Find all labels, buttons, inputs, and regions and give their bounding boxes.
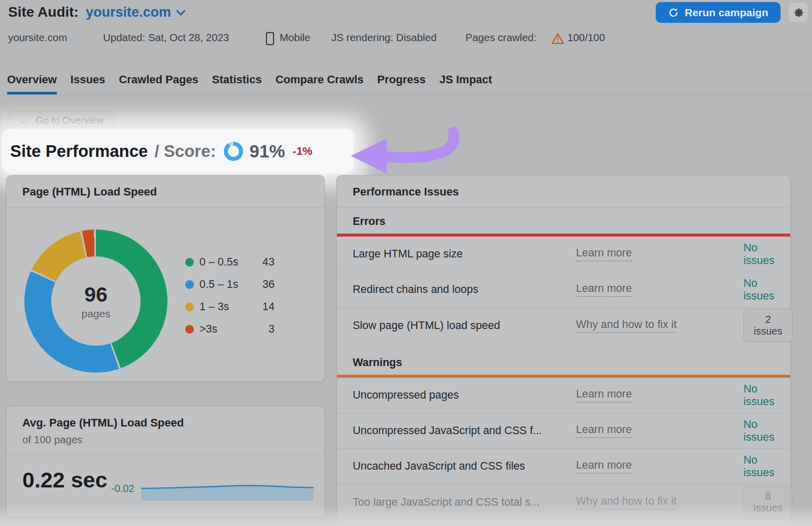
issue-status: No issues <box>743 242 774 267</box>
donut-center: 96 pages <box>51 256 141 346</box>
page-title: Site Audit: <box>8 4 79 20</box>
issue-label: Uncompressed JavaScript and CSS f... <box>353 424 576 437</box>
legend-label: 0.5 – 1s <box>199 278 253 291</box>
avg-speed-value: 0.22 sec <box>22 468 107 492</box>
refresh-icon <box>668 7 679 18</box>
tab-crawled-pages[interactable]: Crawled Pages <box>119 71 198 94</box>
meta-device: Mobile <box>280 31 310 44</box>
tab-progress[interactable]: Progress <box>377 71 425 94</box>
avg-speed-card-header: Avg. Page (HTML) Load Speed of 100 pages <box>7 407 324 455</box>
arrow-left-icon: ← <box>19 114 29 126</box>
issue-label: Redirect chains and loops <box>353 283 576 296</box>
issue-label: Large HTML page size <box>353 248 576 260</box>
issue-learn-more-link[interactable]: Learn more <box>576 282 632 297</box>
rerun-campaign-button[interactable]: Rerun campaign <box>656 2 781 23</box>
donut-legend: 0 – 0.5s 43 0.5 – 1s 36 1 – 3s 14 >3s 3 <box>185 251 275 340</box>
settings-button[interactable] <box>788 2 808 23</box>
issue-row: Large HTML page size Learn more No issue… <box>337 237 790 272</box>
legend-dot-green <box>185 258 194 267</box>
issue-fix-link[interactable]: Why and how to fix it <box>576 318 676 333</box>
performance-issues-card: Performance Issues Errors Large HTML pag… <box>336 175 791 526</box>
avg-speed-sparkline <box>141 475 314 501</box>
meta-domain: yoursite.com <box>8 31 67 44</box>
campaign-meta-row: yoursite.com Updated: Sat, Oct 28, 2023 … <box>0 30 812 46</box>
issue-status: No issues <box>743 454 774 479</box>
issue-learn-more-link[interactable]: Learn more <box>576 388 632 403</box>
meta-updated: Updated: Sat, Oct 28, 2023 <box>103 31 229 44</box>
load-speed-donut-chart: 96 pages <box>24 229 167 373</box>
tab-issues[interactable]: Issues <box>71 71 106 94</box>
errors-section-label: Errors <box>337 208 790 234</box>
legend-label: 1 – 3s <box>199 301 253 313</box>
issue-label: Too large JavaScript and CSS total s... <box>353 496 576 509</box>
legend-label: >3s <box>199 323 253 336</box>
issue-status: No issues <box>743 383 774 408</box>
issue-row: Uncached JavaScript and CSS files Learn … <box>337 449 790 484</box>
issue-label: Uncached JavaScript and CSS files <box>353 460 576 473</box>
legend-item: 0 – 0.5s 43 <box>185 251 275 273</box>
avg-speed-value-row: 0.22 sec -0.02 <box>7 464 324 504</box>
issue-row: Slow page (HTML) load speed Why and how … <box>337 308 790 343</box>
avg-speed-delta: -0.02 <box>111 483 134 495</box>
legend-dot-gold <box>185 303 194 311</box>
issue-count-button[interactable]: 2 issues <box>743 309 793 342</box>
issue-fix-link[interactable]: Why and how to fix it <box>576 495 676 510</box>
issues-card-title: Performance Issues <box>353 185 459 198</box>
score-label: / Score: <box>154 142 216 161</box>
tab-statistics[interactable]: Statistics <box>212 71 262 94</box>
avg-speed-card: Avg. Page (HTML) Load Speed of 100 pages… <box>6 406 325 517</box>
page-header: Site Audit: yoursite.com <box>8 4 183 20</box>
chevron-down-icon <box>176 6 185 15</box>
mobile-device-icon <box>266 32 274 45</box>
go-to-overview-button[interactable]: ← Go to Overview <box>7 111 115 130</box>
issue-status: No issues <box>743 277 774 303</box>
donut-total-value: 96 <box>84 283 108 307</box>
legend-value: 43 <box>253 256 275 269</box>
issue-row: Uncompressed pages Learn more No issues <box>337 378 790 413</box>
issue-learn-more-link[interactable]: Learn more <box>576 247 632 261</box>
project-domain[interactable]: yoursite.com <box>86 5 171 20</box>
warning-triangle-icon <box>551 32 564 47</box>
issue-learn-more-link[interactable]: Learn more <box>576 459 632 474</box>
issue-row: Too large JavaScript and CSS total s... … <box>337 484 790 520</box>
tab-compare-crawls[interactable]: Compare Crawls <box>276 71 364 94</box>
avg-speed-card-title: Avg. Page (HTML) Load Speed <box>22 416 184 429</box>
go-to-overview-label: Go to Overview <box>36 115 104 126</box>
site-audit-page: Site Audit: yoursite.com Rerun campaign … <box>0 0 812 526</box>
legend-value: 36 <box>253 278 275 291</box>
warnings-section-label: Warnings <box>337 343 790 375</box>
meta-pages-crawled-label: Pages crawled: <box>465 31 536 44</box>
avg-speed-subtitle: of 100 pages <box>22 434 309 446</box>
legend-dot-red <box>185 325 194 334</box>
legend-item: >3s 3 <box>185 318 275 340</box>
rerun-campaign-label: Rerun campaign <box>685 7 768 19</box>
load-speed-card: Page (HTML) Load Speed 96 pages 0 – 0.5s… <box>6 175 325 382</box>
legend-dot-blue <box>185 280 194 289</box>
load-speed-card-header: Page (HTML) Load Speed <box>7 176 324 208</box>
issue-status: No issues <box>743 418 774 444</box>
issue-row: Redirect chains and loops Learn more No … <box>337 272 790 308</box>
issues-card-header: Performance Issues <box>337 176 790 208</box>
score-value: 91% <box>250 141 285 161</box>
legend-label: 0 – 0.5s <box>199 256 253 269</box>
donut-total-label: pages <box>81 308 110 320</box>
legend-value: 3 <box>253 323 275 336</box>
meta-pages-crawled-value: 100/100 <box>567 31 605 44</box>
tab-bar: Overview Issues Crawled Pages Statistics… <box>0 71 812 95</box>
load-speed-card-title: Page (HTML) Load Speed <box>22 185 157 198</box>
issue-label: Uncompressed pages <box>353 389 576 402</box>
issue-count-button[interactable]: 8 issues <box>743 485 793 519</box>
section-title-row: Site Performance / Score: 91% -1% <box>10 138 313 165</box>
legend-item: 0.5 – 1s 36 <box>185 273 275 295</box>
legend-value: 14 <box>253 301 275 313</box>
meta-js-rendering: JS rendering: Disabled <box>331 31 436 44</box>
issue-learn-more-link[interactable]: Learn more <box>576 423 632 438</box>
issue-row: Uncompressed JavaScript and CSS f... Lea… <box>337 413 790 449</box>
section-title: Site Performance <box>10 142 148 161</box>
legend-item: 1 – 3s 14 <box>185 295 275 318</box>
tab-js-impact[interactable]: JS Impact <box>439 71 492 94</box>
project-selector[interactable]: yoursite.com <box>86 5 183 20</box>
tab-overview[interactable]: Overview <box>7 71 57 94</box>
gear-icon <box>792 6 805 19</box>
issue-label: Slow page (HTML) load speed <box>353 319 576 332</box>
